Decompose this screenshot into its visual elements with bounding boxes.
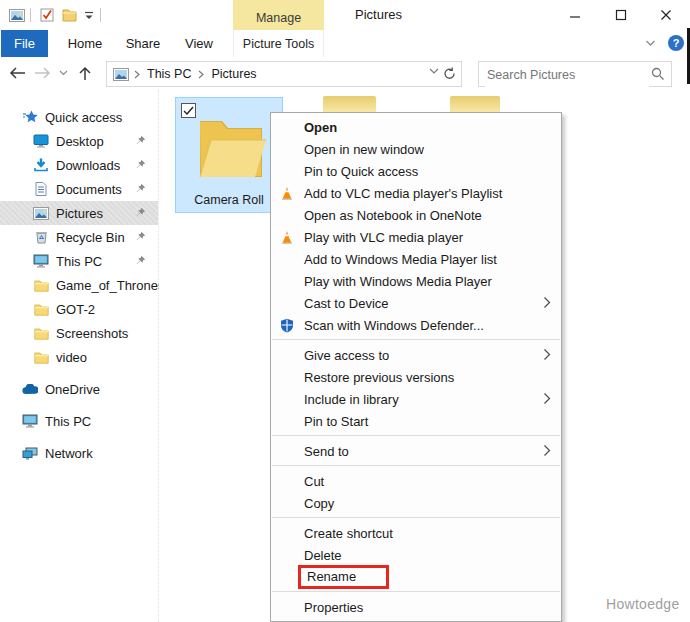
- this-pc-icon: [22, 413, 38, 429]
- chevron-right-icon: [543, 348, 551, 361]
- sidebar-item-onedrive[interactable]: OneDrive: [0, 377, 158, 401]
- watermark: Howtoedge: [606, 596, 680, 612]
- folder-icon: [33, 301, 49, 317]
- address-dropdown-chevron-icon[interactable]: [429, 68, 439, 75]
- menu-separator: [272, 339, 560, 340]
- ribbon-tab-row: File Home Share View Picture Tools ?: [0, 30, 690, 58]
- this-pc-icon: [33, 253, 49, 269]
- context-menu-item-include-in-library[interactable]: Include in library: [271, 388, 561, 410]
- qat-customize-caret-icon[interactable]: [80, 7, 98, 23]
- sidebar-item-recycle-bin[interactable]: Recycle Bin: [0, 225, 158, 249]
- tab-share[interactable]: Share: [120, 30, 166, 57]
- sidebar-item-label: Recycle Bin: [56, 230, 125, 245]
- folder-icon[interactable]: [450, 96, 500, 112]
- close-button[interactable]: [651, 4, 681, 26]
- context-menu-item-give-access-to[interactable]: Give access to: [271, 344, 561, 366]
- sidebar-item-label: Quick access: [45, 110, 122, 125]
- folder-icon[interactable]: [323, 96, 376, 112]
- chevron-right-icon: [543, 392, 551, 405]
- context-menu-item-rename[interactable]: Rename: [271, 566, 561, 588]
- app-pictures-icon[interactable]: [8, 7, 26, 23]
- vlc-icon: [279, 229, 295, 245]
- context-menu-item-play-with-vlc-media-player[interactable]: Play with VLC media player: [271, 226, 561, 248]
- sidebar-item-got-2[interactable]: GOT-2: [0, 297, 158, 321]
- recent-locations-chevron-icon[interactable]: [57, 65, 69, 81]
- context-menu-item-properties[interactable]: Properties: [271, 596, 561, 618]
- qat-new-folder-icon[interactable]: [60, 7, 78, 23]
- pin-icon: [136, 231, 146, 241]
- title-bar: Manage Pictures: [0, 0, 690, 30]
- qat-properties-icon[interactable]: [38, 7, 56, 23]
- pin-icon: [136, 207, 146, 217]
- tab-manage[interactable]: Manage: [233, 0, 324, 30]
- sidebar-item-documents[interactable]: Documents: [0, 177, 158, 201]
- context-menu-item-restore-previous-versions[interactable]: Restore previous versions: [271, 366, 561, 388]
- menu-item-label: Scan with Windows Defender...: [304, 318, 484, 333]
- context-menu-item-play-with-windows-media-player[interactable]: Play with Windows Media Player: [271, 270, 561, 292]
- sidebar-item-label: GOT-2: [56, 302, 95, 317]
- menu-item-label: Add to Windows Media Player list: [304, 252, 497, 267]
- sidebar-item-label: This PC: [45, 414, 91, 429]
- maximize-button[interactable]: [606, 4, 636, 26]
- close-icon: [660, 9, 672, 21]
- sidebar-item-quick-access[interactable]: Quick access: [0, 105, 158, 129]
- search-input[interactable]: [485, 63, 649, 87]
- highlighted-menu-label: Rename: [298, 565, 389, 589]
- tab-file[interactable]: File: [1, 30, 48, 57]
- sidebar-item-downloads[interactable]: Downloads: [0, 153, 158, 177]
- sidebar-item-label: Desktop: [56, 134, 104, 149]
- tab-home[interactable]: Home: [62, 30, 108, 57]
- context-menu-item-cut[interactable]: Cut: [271, 470, 561, 492]
- sidebar-item-this-pc[interactable]: This PC: [0, 249, 158, 273]
- search-box[interactable]: [478, 61, 672, 87]
- sidebar-item-label: Downloads: [56, 158, 120, 173]
- sidebar-item-pictures[interactable]: Pictures: [0, 201, 158, 225]
- sidebar-item-desktop[interactable]: Desktop: [0, 129, 158, 153]
- context-menu-item-copy[interactable]: Copy: [271, 492, 561, 514]
- context-menu-item-delete[interactable]: Delete: [271, 544, 561, 566]
- help-icon[interactable]: ?: [668, 35, 684, 51]
- context-menu-item-cast-to-device[interactable]: Cast to Device: [271, 292, 561, 314]
- forward-arrow-icon[interactable]: [33, 65, 51, 81]
- context-menu-item-create-shortcut[interactable]: Create shortcut: [271, 522, 561, 544]
- sidebar-item-this-pc[interactable]: This PC: [0, 409, 158, 433]
- tab-view[interactable]: View: [176, 30, 222, 57]
- breadcrumb-this-pc[interactable]: This PC: [145, 67, 193, 81]
- folder-icon: [33, 277, 49, 293]
- collapse-ribbon-chevron-icon[interactable]: [645, 39, 656, 47]
- sidebar-item-video[interactable]: video: [0, 345, 158, 369]
- search-icon[interactable]: [651, 67, 665, 81]
- menu-item-label: Open in new window: [304, 142, 424, 157]
- tab-picture-tools[interactable]: Picture Tools: [233, 30, 324, 57]
- up-arrow-icon[interactable]: [76, 65, 94, 81]
- sidebar-item-network[interactable]: Network: [0, 441, 158, 465]
- sidebar-item-screenshots[interactable]: Screenshots: [0, 321, 158, 345]
- menu-item-label: Create shortcut: [304, 526, 393, 541]
- context-menu-item-add-to-vlc-media-player-s-playlist[interactable]: Add to VLC media player's Playlist: [271, 182, 561, 204]
- context-menu-item-add-to-windows-media-player-list[interactable]: Add to Windows Media Player list: [271, 248, 561, 270]
- breadcrumb-pictures[interactable]: Pictures: [209, 67, 258, 81]
- menu-item-label: Include in library: [304, 392, 399, 407]
- folder-name-label: Camera Roll: [176, 193, 282, 207]
- context-menu-item-pin-to-quick-access[interactable]: Pin to Quick access: [271, 160, 561, 182]
- context-menu-item-pin-to-start[interactable]: Pin to Start: [271, 410, 561, 432]
- minimize-button[interactable]: [560, 4, 590, 26]
- sidebar-item-label: Network: [45, 446, 93, 461]
- menu-separator: [272, 591, 560, 592]
- context-menu-item-send-to[interactable]: Send to: [271, 440, 561, 462]
- minimize-icon: [569, 9, 581, 21]
- context-menu-item-open-as-notebook-in-onenote[interactable]: Open as Notebook in OneNote: [271, 204, 561, 226]
- pin-icon: [136, 159, 146, 169]
- context-menu-item-open[interactable]: Open: [271, 116, 561, 138]
- refresh-icon[interactable]: [443, 67, 456, 80]
- breadcrumb-chevron-icon: [193, 70, 209, 79]
- sidebar-item-label: Pictures: [56, 206, 103, 221]
- address-bar[interactable]: This PC Pictures: [106, 61, 462, 87]
- context-menu-item-open-in-new-window[interactable]: Open in new window: [271, 138, 561, 160]
- context-menu-item-scan-with-windows-defender[interactable]: Scan with Windows Defender...: [271, 314, 561, 336]
- downloads-icon: [33, 157, 49, 173]
- folder-tile-camera-roll[interactable]: Camera Roll: [175, 97, 283, 213]
- menu-separator: [272, 465, 560, 466]
- sidebar-item-game-of-thrones[interactable]: Game_of_Thrones -: [0, 273, 158, 297]
- back-arrow-icon[interactable]: [8, 65, 26, 81]
